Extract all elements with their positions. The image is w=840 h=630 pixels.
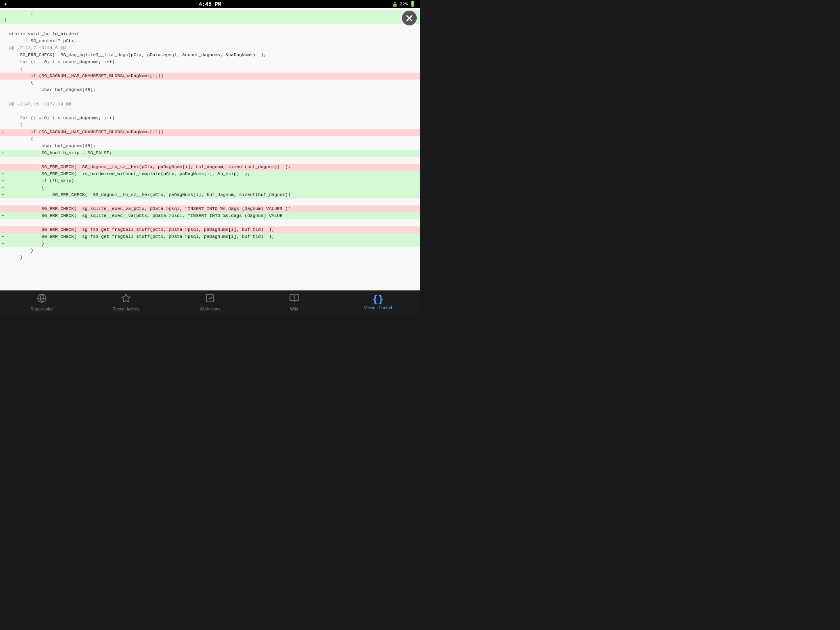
code-line: {: [0, 122, 420, 129]
line-content: SG_ERR_CHECK( sg_sqlite__exec__va(pCtx, …: [9, 212, 418, 219]
code-line: @@ -3147,15 +3177,19 @@: [0, 101, 420, 108]
work-items-icon: [205, 293, 215, 306]
line-prefix: [2, 94, 9, 101]
line-content: SG_bool b_skip = SG_FALSE;: [9, 150, 418, 157]
line-prefix: +: [2, 192, 9, 199]
line-prefix: [2, 38, 9, 45]
line-content: char buf_dagnum[48];: [9, 87, 418, 94]
code-line: SG_context* pCtx,: [0, 38, 420, 45]
code-line: + SG_ERR_CHECK( is_hardwired_without_tem…: [0, 171, 420, 178]
line-content: [9, 199, 418, 205]
code-line: static void _build_bindex(: [0, 31, 420, 38]
line-content: [9, 157, 418, 164]
line-content: SG_ERR_CHECK( sg_fs3_get_fragball_stuff(…: [9, 233, 418, 240]
code-line: + SG_ERR_CHECK( SG_dagnum__to_sz__hex(pC…: [0, 192, 420, 199]
line-prefix: +: [2, 233, 9, 240]
line-prefix: [2, 199, 9, 205]
line-prefix: -: [2, 164, 9, 171]
code-line: }: [0, 254, 420, 261]
line-content: SG_ERR_CHECK( sg_fs3_get_fragball_stuff(…: [9, 226, 418, 233]
code-line: - if (SG_DAGNUM__HAS_CHANGESET_BLOBS(paD…: [0, 73, 420, 80]
code-line: + if (!b_skip): [0, 178, 420, 185]
line-content: }: [9, 247, 418, 254]
wiki-icon: [289, 293, 299, 306]
line-content: ;: [9, 10, 418, 17]
code-area: + ;+}static void _build_bindex( SG_conte…: [0, 8, 420, 290]
line-prefix: [2, 157, 9, 164]
code-content[interactable]: + ;+}static void _build_bindex( SG_conte…: [0, 10, 420, 261]
line-prefix: [2, 101, 9, 108]
code-line: }: [0, 247, 420, 254]
tab-work-items-label: Work Items: [200, 307, 220, 311]
code-line: + ;: [0, 10, 420, 17]
line-prefix: -: [2, 73, 9, 80]
line-content: if (!b_skip): [9, 178, 418, 185]
line-prefix: -: [2, 129, 9, 136]
code-line: + {: [0, 185, 420, 192]
airplane-icon: ✈: [4, 1, 7, 7]
code-line: {: [0, 136, 420, 143]
tab-recent-activity[interactable]: Recent Activity: [84, 291, 168, 315]
code-line: + SG_ERR_CHECK( sg_fs3_get_fragball_stuf…: [0, 233, 420, 240]
code-line: char buf_dagnum[48];: [0, 143, 420, 150]
line-prefix: +: [2, 212, 9, 219]
code-line: for (i = 0; i < count_dagnums; i++): [0, 115, 420, 122]
code-line: - SG_ERR_CHECK( sg_sqlite__exec_va(pCtx,…: [0, 205, 420, 212]
line-prefix: +: [2, 10, 9, 17]
line-prefix: [2, 122, 9, 129]
line-prefix: [2, 66, 9, 73]
line-prefix: [2, 108, 9, 115]
code-line: [0, 24, 420, 31]
line-prefix: [2, 59, 9, 66]
tab-version-control[interactable]: {} Version Control: [336, 291, 420, 315]
line-content: [9, 17, 418, 24]
tab-repositories-label: Repositories: [31, 307, 54, 311]
lock-icon: 🔒: [392, 2, 398, 7]
line-content: for (i = 0; i < count_dagnums; i++): [9, 115, 418, 122]
line-prefix: [2, 45, 9, 52]
line-content: [9, 108, 418, 115]
line-prefix: -: [2, 226, 9, 233]
line-prefix: [2, 52, 9, 59]
line-content: @@ -3113,7 +3144,6 @@: [9, 45, 418, 52]
code-line: [0, 94, 420, 101]
line-content: }: [9, 254, 418, 261]
tab-repositories[interactable]: Repositories: [0, 291, 84, 315]
line-content: SG_context* pCtx,: [9, 38, 418, 45]
tab-wiki-label: Wiki: [290, 307, 298, 311]
line-content: [9, 94, 418, 101]
code-line: +}: [0, 17, 420, 24]
code-line: SG_ERR_CHECK( SG_dag_sqlite3__list_dags(…: [0, 52, 420, 59]
line-content: if (SG_DAGNUM__HAS_CHANGESET_BLOBS(paDag…: [9, 129, 418, 136]
code-line: [0, 219, 420, 226]
line-content: static void _build_bindex(: [9, 31, 418, 38]
svg-marker-0: [122, 294, 130, 302]
tab-wiki[interactable]: Wiki: [252, 291, 336, 315]
line-prefix: [2, 143, 9, 150]
line-content: SG_ERR_CHECK( SG_dag_sqlite3__list_dags(…: [9, 52, 418, 59]
tab-work-items[interactable]: Work Items: [168, 291, 252, 315]
line-content: {: [9, 66, 418, 73]
version-control-icon: {}: [372, 294, 384, 304]
line-prefix: [2, 136, 9, 143]
line-content: }: [9, 240, 418, 247]
line-content: if (SG_DAGNUM__HAS_CHANGESET_BLOBS(paDag…: [9, 73, 418, 80]
close-button[interactable]: [402, 11, 417, 25]
code-line: @@ -3113,7 +3144,6 @@: [0, 45, 420, 52]
tab-bar: Repositories Recent Activity Work Items …: [0, 290, 420, 315]
line-prefix: [2, 24, 9, 31]
line-content: [9, 24, 418, 31]
tab-version-control-label: Version Control: [364, 306, 392, 310]
line-prefix: +: [2, 185, 9, 192]
line-prefix: +: [2, 171, 9, 178]
line-prefix: [2, 219, 9, 226]
line-content: SG_ERR_CHECK( SG_dagnum__to_sz__hex(pCtx…: [9, 164, 418, 171]
line-content: SG_ERR_CHECK( sg_sqlite__exec_va(pCtx, p…: [9, 205, 418, 212]
code-line: + }: [0, 240, 420, 247]
code-line: {: [0, 66, 420, 73]
status-bar: ✈ 4:45 PM 🔒 22% 🔋: [0, 0, 420, 8]
line-content: {: [9, 122, 418, 129]
code-line: - SG_ERR_CHECK( SG_dagnum__to_sz__hex(pC…: [0, 164, 420, 171]
code-line: + SG_ERR_CHECK( sg_sqlite__exec__va(pCtx…: [0, 212, 420, 219]
code-line: [0, 157, 420, 164]
